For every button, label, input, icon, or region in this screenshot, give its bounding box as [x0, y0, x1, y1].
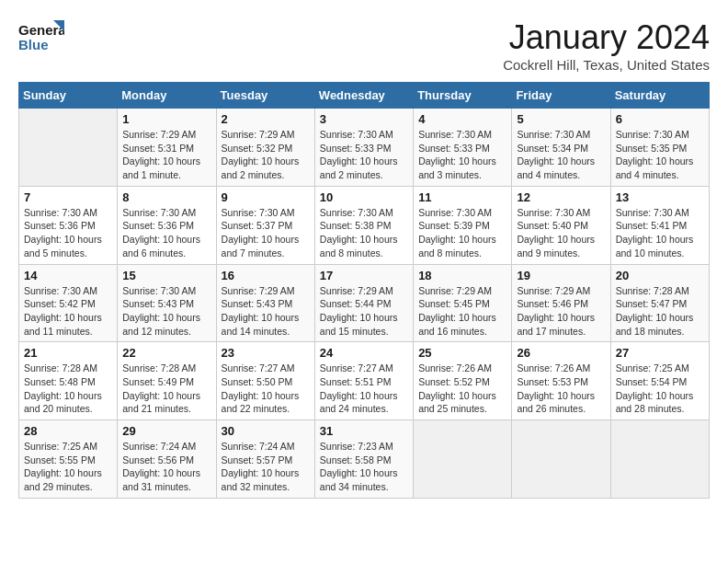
day-info: Sunrise: 7:30 AM Sunset: 5:39 PM Dayligh… — [418, 206, 506, 260]
calendar-cell: 4Sunrise: 7:30 AM Sunset: 5:33 PM Daylig… — [414, 109, 512, 187]
calendar-cell: 3Sunrise: 7:30 AM Sunset: 5:33 PM Daylig… — [314, 109, 413, 187]
calendar-cell: 22Sunrise: 7:28 AM Sunset: 5:49 PM Dayli… — [118, 342, 216, 420]
day-info: Sunrise: 7:30 AM Sunset: 5:37 PM Dayligh… — [222, 206, 310, 260]
calendar-cell: 27Sunrise: 7:25 AM Sunset: 5:54 PM Dayli… — [610, 342, 709, 420]
logo-svg: GeneralBlue — [18, 18, 64, 59]
day-number: 14 — [24, 269, 112, 282]
calendar-week-row: 1Sunrise: 7:29 AM Sunset: 5:31 PM Daylig… — [19, 109, 710, 187]
calendar-cell: 12Sunrise: 7:30 AM Sunset: 5:40 PM Dayli… — [512, 186, 610, 264]
day-info: Sunrise: 7:26 AM Sunset: 5:52 PM Dayligh… — [418, 362, 506, 416]
day-info: Sunrise: 7:29 AM Sunset: 5:46 PM Dayligh… — [517, 284, 605, 339]
calendar-cell — [512, 420, 610, 499]
day-number: 25 — [418, 346, 506, 360]
calendar-cell: 19Sunrise: 7:29 AM Sunset: 5:46 PM Dayli… — [512, 264, 610, 342]
calendar-cell: 20Sunrise: 7:28 AM Sunset: 5:47 PM Dayli… — [610, 264, 709, 342]
day-info: Sunrise: 7:24 AM Sunset: 5:57 PM Dayligh… — [222, 440, 310, 494]
day-info: Sunrise: 7:25 AM Sunset: 5:55 PM Dayligh… — [24, 440, 112, 494]
day-number: 23 — [222, 346, 310, 360]
day-info: Sunrise: 7:24 AM Sunset: 5:56 PM Dayligh… — [122, 440, 210, 494]
title-block: January 2024 Cockrell Hill, Texas, Unite… — [503, 18, 710, 73]
day-number: 4 — [418, 112, 506, 126]
day-number: 5 — [517, 112, 605, 126]
day-of-week-header: Tuesday — [216, 83, 314, 109]
day-number: 10 — [320, 190, 408, 204]
day-info: Sunrise: 7:26 AM Sunset: 5:53 PM Dayligh… — [517, 362, 605, 416]
day-number: 7 — [24, 190, 112, 204]
day-info: Sunrise: 7:28 AM Sunset: 5:47 PM Dayligh… — [616, 284, 704, 339]
day-of-week-header: Sunday — [19, 83, 118, 109]
calendar-cell: 21Sunrise: 7:28 AM Sunset: 5:48 PM Dayli… — [19, 342, 118, 420]
day-number: 17 — [320, 269, 408, 282]
day-info: Sunrise: 7:30 AM Sunset: 5:36 PM Dayligh… — [122, 206, 210, 260]
day-number: 12 — [517, 190, 605, 204]
calendar-cell: 14Sunrise: 7:30 AM Sunset: 5:42 PM Dayli… — [19, 264, 118, 342]
calendar-cell: 11Sunrise: 7:30 AM Sunset: 5:39 PM Dayli… — [414, 186, 512, 264]
day-info: Sunrise: 7:30 AM Sunset: 5:33 PM Dayligh… — [320, 128, 408, 182]
day-info: Sunrise: 7:30 AM Sunset: 5:43 PM Dayligh… — [122, 284, 210, 339]
calendar-cell: 15Sunrise: 7:30 AM Sunset: 5:43 PM Dayli… — [118, 264, 216, 342]
day-info: Sunrise: 7:30 AM Sunset: 5:35 PM Dayligh… — [616, 128, 704, 182]
calendar-cell: 28Sunrise: 7:25 AM Sunset: 5:55 PM Dayli… — [19, 420, 118, 499]
calendar-header-row: SundayMondayTuesdayWednesdayThursdayFrid… — [19, 83, 710, 109]
page-header: GeneralBlue January 2024 Cockrell Hill, … — [18, 18, 710, 73]
calendar-cell: 13Sunrise: 7:30 AM Sunset: 5:41 PM Dayli… — [610, 186, 709, 264]
calendar-cell — [414, 420, 512, 499]
day-of-week-header: Saturday — [610, 83, 709, 109]
day-info: Sunrise: 7:30 AM Sunset: 5:36 PM Dayligh… — [24, 206, 112, 260]
calendar-week-row: 7Sunrise: 7:30 AM Sunset: 5:36 PM Daylig… — [19, 186, 710, 264]
calendar-cell: 8Sunrise: 7:30 AM Sunset: 5:36 PM Daylig… — [118, 186, 216, 264]
day-info: Sunrise: 7:27 AM Sunset: 5:50 PM Dayligh… — [222, 362, 310, 416]
day-number: 2 — [222, 112, 310, 126]
day-of-week-header: Wednesday — [314, 83, 413, 109]
calendar-cell: 5Sunrise: 7:30 AM Sunset: 5:34 PM Daylig… — [512, 109, 610, 187]
calendar-week-row: 14Sunrise: 7:30 AM Sunset: 5:42 PM Dayli… — [19, 264, 710, 342]
day-number: 1 — [122, 112, 210, 126]
day-info: Sunrise: 7:30 AM Sunset: 5:34 PM Dayligh… — [517, 128, 605, 182]
day-info: Sunrise: 7:29 AM Sunset: 5:44 PM Dayligh… — [320, 284, 408, 339]
calendar-cell: 29Sunrise: 7:24 AM Sunset: 5:56 PM Dayli… — [118, 420, 216, 499]
day-number: 30 — [222, 424, 310, 438]
day-number: 8 — [122, 190, 210, 204]
day-number: 21 — [24, 346, 112, 360]
calendar-table: SundayMondayTuesdayWednesdayThursdayFrid… — [18, 82, 710, 499]
calendar-cell: 26Sunrise: 7:26 AM Sunset: 5:53 PM Dayli… — [512, 342, 610, 420]
calendar-cell: 10Sunrise: 7:30 AM Sunset: 5:38 PM Dayli… — [314, 186, 413, 264]
day-number: 6 — [616, 112, 704, 126]
day-info: Sunrise: 7:28 AM Sunset: 5:48 PM Dayligh… — [24, 362, 112, 416]
day-number: 27 — [616, 346, 704, 360]
calendar-title: January 2024 — [503, 18, 710, 57]
day-info: Sunrise: 7:28 AM Sunset: 5:49 PM Dayligh… — [122, 362, 210, 416]
day-number: 20 — [616, 269, 704, 282]
day-of-week-header: Thursday — [414, 83, 512, 109]
day-number: 29 — [122, 424, 210, 438]
day-info: Sunrise: 7:30 AM Sunset: 5:38 PM Dayligh… — [320, 206, 408, 260]
day-number: 13 — [616, 190, 704, 204]
calendar-week-row: 21Sunrise: 7:28 AM Sunset: 5:48 PM Dayli… — [19, 342, 710, 420]
calendar-cell: 25Sunrise: 7:26 AM Sunset: 5:52 PM Dayli… — [414, 342, 512, 420]
day-info: Sunrise: 7:30 AM Sunset: 5:42 PM Dayligh… — [24, 284, 112, 339]
calendar-cell: 16Sunrise: 7:29 AM Sunset: 5:43 PM Dayli… — [216, 264, 314, 342]
day-of-week-header: Friday — [512, 83, 610, 109]
day-number: 31 — [320, 424, 408, 438]
calendar-cell: 31Sunrise: 7:23 AM Sunset: 5:58 PM Dayli… — [314, 420, 413, 499]
calendar-cell: 2Sunrise: 7:29 AM Sunset: 5:32 PM Daylig… — [216, 109, 314, 187]
day-number: 19 — [517, 269, 605, 282]
calendar-cell: 6Sunrise: 7:30 AM Sunset: 5:35 PM Daylig… — [610, 109, 709, 187]
svg-text:Blue: Blue — [18, 37, 49, 52]
calendar-cell: 24Sunrise: 7:27 AM Sunset: 5:51 PM Dayli… — [314, 342, 413, 420]
calendar-cell: 7Sunrise: 7:30 AM Sunset: 5:36 PM Daylig… — [19, 186, 118, 264]
calendar-week-row: 28Sunrise: 7:25 AM Sunset: 5:55 PM Dayli… — [19, 420, 710, 499]
calendar-cell: 9Sunrise: 7:30 AM Sunset: 5:37 PM Daylig… — [216, 186, 314, 264]
day-info: Sunrise: 7:30 AM Sunset: 5:40 PM Dayligh… — [517, 206, 605, 260]
calendar-cell — [610, 420, 709, 499]
calendar-cell: 23Sunrise: 7:27 AM Sunset: 5:50 PM Dayli… — [216, 342, 314, 420]
day-info: Sunrise: 7:30 AM Sunset: 5:41 PM Dayligh… — [616, 206, 704, 260]
calendar-cell: 18Sunrise: 7:29 AM Sunset: 5:45 PM Dayli… — [414, 264, 512, 342]
day-number: 22 — [122, 346, 210, 360]
day-number: 26 — [517, 346, 605, 360]
day-number: 15 — [122, 269, 210, 282]
day-of-week-header: Monday — [118, 83, 216, 109]
day-info: Sunrise: 7:23 AM Sunset: 5:58 PM Dayligh… — [320, 440, 408, 494]
calendar-cell: 30Sunrise: 7:24 AM Sunset: 5:57 PM Dayli… — [216, 420, 314, 499]
day-number: 24 — [320, 346, 408, 360]
